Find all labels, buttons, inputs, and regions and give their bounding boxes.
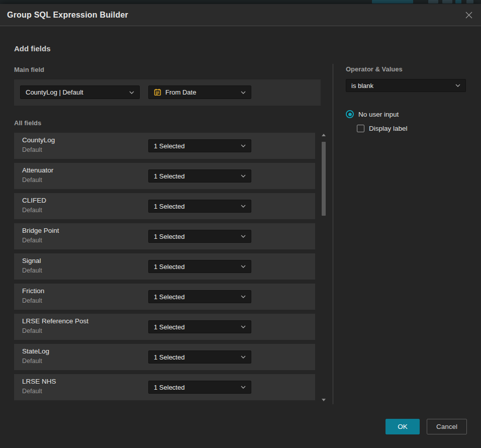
chevron-down-icon [129,91,134,94]
field-selection-dropdown[interactable]: 1 Selected [148,320,251,333]
field-row: LRSE NHS Default 1 Selected [14,374,315,400]
main-field-layer-value: CountyLog | Default [26,88,125,96]
screen: Group SQL Expression Builder Add fields … [0,0,481,448]
close-icon [465,11,473,19]
main-field-field-dropdown[interactable]: From Date [148,85,251,99]
field-selection-dropdown[interactable]: 1 Selected [148,290,251,303]
field-subtitle: Default [22,237,42,244]
field-selection-dropdown[interactable]: 1 Selected [148,200,251,213]
field-row: CountyLog Default 1 Selected [14,133,315,159]
chevron-down-icon [455,84,460,87]
field-selection-dropdown[interactable]: 1 Selected [148,230,251,243]
field-selection-dropdown[interactable]: 1 Selected [148,169,251,183]
field-subtitle: Default [22,357,42,365]
scrollbar-up-arrow[interactable] [322,134,326,136]
radio-selected-icon [346,110,354,118]
field-name: Bridge Point [22,227,59,234]
field-selection-dropdown[interactable]: 1 Selected [148,350,251,364]
dialog-title: Group SQL Expression Builder [7,4,128,26]
background-toolbar-fragment [466,0,473,4]
checkbox-unchecked-icon [357,125,364,132]
field-name: LRSE Reference Post [22,317,88,325]
operator-dropdown[interactable]: is blank [346,79,466,92]
field-selection-dropdown[interactable]: 1 Selected [148,260,251,273]
field-selection-value: 1 Selected [154,172,237,180]
chevron-down-icon [241,295,246,298]
field-row: CLIFED Default 1 Selected [14,193,315,219]
field-selection-value: 1 Selected [154,293,237,301]
ok-button[interactable]: OK [386,419,420,434]
field-subtitle: Default [22,207,42,214]
operator-value: is blank [351,82,451,89]
field-selection-value: 1 Selected [154,263,237,271]
chevron-down-icon [241,355,246,359]
background-toolbar-fragment [442,0,452,4]
no-user-input-radio[interactable]: No user input [346,110,399,118]
no-user-input-label: No user input [358,111,399,118]
cancel-button[interactable]: Cancel [427,419,467,434]
field-selection-value: 1 Selected [154,384,237,391]
chevron-down-icon [241,174,246,177]
group-sql-expression-builder-dialog: Group SQL Expression Builder Add fields … [0,4,481,448]
field-name: LRSE NHS [22,378,56,385]
field-subtitle: Default [22,297,42,304]
field-row: Attenuator Default 1 Selected [14,163,315,189]
background-live-view-fragment [372,0,413,4]
close-button[interactable] [463,10,474,21]
field-subtitle: Default [22,176,42,184]
field-row: Signal Default 1 Selected [14,253,315,280]
background-toolbar-fragment [455,0,461,4]
field-name: Friction [22,287,44,295]
chevron-down-icon [241,91,246,94]
display-label-checkbox[interactable]: Display label [357,125,408,132]
field-subtitle: Default [22,388,42,395]
field-selection-value: 1 Selected [154,233,237,240]
field-row: LRSE Reference Post Default 1 Selected [14,314,315,340]
chevron-down-icon [241,235,246,238]
field-name: StateLog [22,347,49,355]
all-fields-label: All fields [14,119,41,127]
chevron-down-icon [241,265,246,268]
chevron-down-icon [241,205,246,208]
field-row: Friction Default 1 Selected [14,284,315,310]
field-selection-dropdown[interactable]: 1 Selected [148,139,251,152]
field-subtitle: Default [22,267,42,274]
chevron-down-icon [241,325,246,328]
main-field-panel: CountyLog | Default From Date [14,79,321,106]
main-field-label: Main field [14,66,44,73]
field-selection-value: 1 Selected [154,353,237,361]
display-label-text: Display label [369,125,408,132]
background-toolbar-fragment [428,0,438,4]
field-selection-value: 1 Selected [154,203,237,210]
field-name: CLIFED [22,197,46,204]
main-field-field-value: From Date [165,88,237,96]
background-app-strip [0,0,481,4]
field-name: Attenuator [22,166,53,174]
chevron-down-icon [241,386,246,389]
scrollbar-down-arrow[interactable] [322,399,326,401]
calendar-icon [154,88,161,96]
field-selection-value: 1 Selected [154,142,237,150]
scrollbar-thumb[interactable] [322,142,326,216]
add-fields-heading: Add fields [14,44,51,53]
dialog-titlebar: Group SQL Expression Builder [0,4,481,26]
list-scrollbar [321,133,327,402]
all-fields-list: CountyLog Default 1 Selected Attenuator … [14,133,315,404]
field-row: Bridge Point Default 1 Selected [14,223,315,249]
operator-values-label: Operator & Values [346,65,403,73]
field-selection-dropdown[interactable]: 1 Selected [148,381,251,394]
chevron-down-icon [241,144,246,147]
main-field-layer-dropdown[interactable]: CountyLog | Default [20,85,140,99]
panel-divider [333,64,333,404]
field-row: StateLog Default 1 Selected [14,344,315,370]
field-name: CountyLog [22,136,55,144]
field-selection-value: 1 Selected [154,323,237,331]
field-subtitle: Default [22,327,42,334]
field-subtitle: Default [22,146,42,153]
field-name: Signal [22,257,41,264]
